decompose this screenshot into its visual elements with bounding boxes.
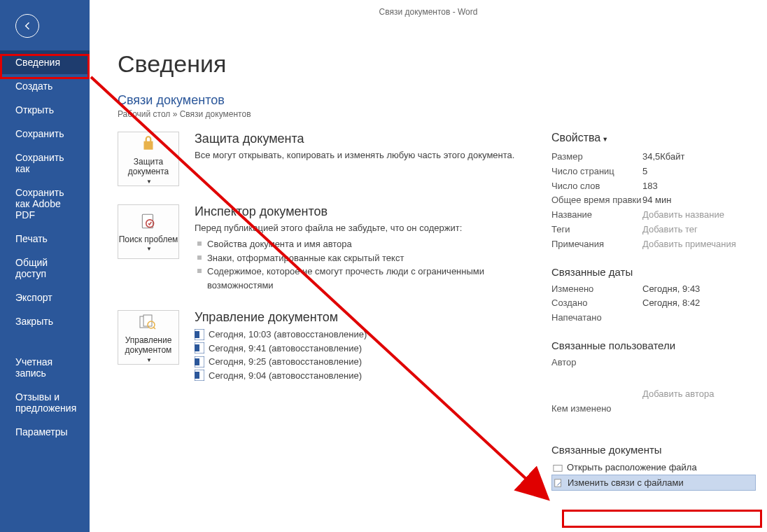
nav-item-open[interactable]: Открыть	[0, 98, 90, 122]
prop-row-words: Число слов183	[551, 179, 756, 194]
back-button[interactable]	[15, 14, 39, 38]
protect-section-desc: Все могут открывать, копировать и изменя…	[195, 149, 523, 162]
nav-item-feedback[interactable]: Отзывы и предложения	[0, 385, 90, 420]
inspect-bullet: Свойства документа и имя автора	[195, 237, 523, 251]
page-title: Сведения	[118, 50, 756, 78]
window-title: Связи документов - Word	[90, 7, 767, 17]
edit-links-label: Изменить связи с файлами	[568, 477, 684, 488]
open-file-location-label: Открыть расположение файла	[567, 462, 697, 472]
chevron-down-icon: ▼	[602, 136, 608, 143]
version-item[interactable]: Сегодня, 9:41 (автовосстановление)	[195, 342, 523, 356]
link-icon	[554, 478, 563, 488]
lock-icon	[139, 133, 157, 154]
svg-rect-13	[554, 465, 562, 471]
version-label: Сегодня, 9:04 (автовосстановление)	[209, 369, 362, 383]
prop-row-author: Автор	[551, 356, 756, 370]
nav-item-new[interactable]: Создать	[0, 74, 90, 98]
inspect-bullet: Знаки, отформатированные как скрытый тек…	[195, 251, 523, 265]
prop-row-tags[interactable]: ТегиДобавить тег	[551, 223, 756, 237]
inspect-document-button[interactable]: Поиск проблем▼	[118, 204, 179, 259]
word-doc-icon	[195, 356, 204, 368]
protect-document-button[interactable]: Защита документа▼	[118, 132, 179, 186]
protect-section-head: Защита документа	[195, 132, 523, 146]
open-file-location-link[interactable]: Открыть расположение файла	[551, 460, 756, 475]
backstage-sidebar: Сведения Создать Открыть Сохранить Сохра…	[0, 0, 90, 532]
svg-rect-8	[195, 344, 199, 351]
prop-row-add-author[interactable]: Добавить автора	[551, 387, 756, 402]
main-content: Связи документов - Word Сведения Связи д…	[90, 0, 767, 532]
prop-row-size: Размер34,5Кбайт	[551, 150, 756, 164]
document-versions-icon	[139, 312, 158, 332]
nav-item-account[interactable]: Учетная запись	[0, 350, 90, 385]
version-item[interactable]: Сегодня, 9:25 (автовосстановление)	[195, 355, 523, 369]
properties-header[interactable]: Свойства▼	[551, 132, 756, 144]
prop-row-title[interactable]: НазваниеДобавить название	[551, 208, 756, 223]
word-doc-icon	[195, 329, 204, 340]
prop-row-pages: Число страниц5	[551, 164, 756, 179]
chevron-down-icon: ▼	[146, 357, 152, 364]
inspect-bullets: Свойства документа и имя автора Знаки, о…	[195, 237, 523, 292]
breadcrumb: Рабочий стол » Связи документов	[118, 109, 756, 119]
prop-row-lastmod-by: Кем изменено	[551, 402, 756, 416]
prop-row-comments[interactable]: ПримечанияДобавить примечания	[551, 237, 756, 252]
manage-section-head: Управление документом	[195, 310, 523, 325]
svg-rect-10	[195, 358, 199, 365]
inspect-bullet: Содержимое, которое не смогут прочесть л…	[195, 265, 523, 292]
manage-document-label: Управление документом	[118, 335, 178, 356]
nav-item-options[interactable]: Параметры	[0, 420, 90, 444]
prop-row-printed: Напечатано	[551, 311, 756, 326]
chevron-down-icon: ▼	[146, 178, 152, 186]
related-documents-header: Связанные документы	[551, 444, 756, 456]
nav-item-saveas[interactable]: Сохранить как	[0, 146, 90, 181]
version-item[interactable]: Сегодня, 9:04 (автовосстановление)	[195, 369, 523, 383]
prop-row-edittime: Общее время правки94 мин	[551, 193, 756, 208]
related-dates-header: Связанные даты	[551, 266, 756, 278]
manage-document-button[interactable]: Управление документом▼	[118, 310, 179, 365]
prop-row-created: СозданоСегодня, 8:42	[551, 296, 756, 311]
edit-links-to-files-link[interactable]: Изменить связи с файлами	[551, 475, 756, 491]
nav-item-share[interactable]: Общий доступ	[0, 251, 90, 286]
version-label: Сегодня, 9:25 (автовосстановление)	[209, 355, 362, 369]
related-people-header: Связанные пользователи	[551, 340, 756, 351]
inspect-section-head: Инспектор документов	[195, 204, 523, 219]
nav-item-export[interactable]: Экспорт	[0, 286, 90, 309]
svg-rect-6	[195, 331, 199, 338]
word-doc-icon	[195, 342, 204, 354]
checklist-icon	[139, 211, 157, 232]
folder-icon	[553, 463, 563, 472]
document-name-link[interactable]: Связи документов	[118, 93, 756, 108]
nav-item-saveas-pdf[interactable]: Сохранить как Adobe PDF	[0, 181, 90, 227]
word-doc-icon	[195, 370, 204, 381]
arrow-left-icon	[22, 20, 33, 31]
nav-item-save[interactable]: Сохранить	[0, 122, 90, 146]
protect-document-label: Защита документа	[118, 157, 178, 177]
version-label: Сегодня, 10:03 (автовосстановление)	[209, 328, 367, 342]
nav-item-close[interactable]: Закрыть	[0, 309, 90, 333]
inspect-section-desc: Перед публикацией этого файла не забудьт…	[195, 222, 523, 234]
version-item[interactable]: Сегодня, 10:03 (автовосстановление)	[195, 328, 523, 342]
nav-item-info[interactable]: Сведения	[0, 50, 90, 74]
nav-item-print[interactable]: Печать	[0, 227, 90, 251]
prop-row-modified: ИзмененоСегодня, 9:43	[551, 282, 756, 297]
inspect-document-label: Поиск проблем	[119, 234, 178, 244]
version-label: Сегодня, 9:41 (автовосстановление)	[209, 342, 362, 356]
svg-rect-12	[195, 372, 199, 379]
chevron-down-icon: ▼	[146, 246, 152, 253]
